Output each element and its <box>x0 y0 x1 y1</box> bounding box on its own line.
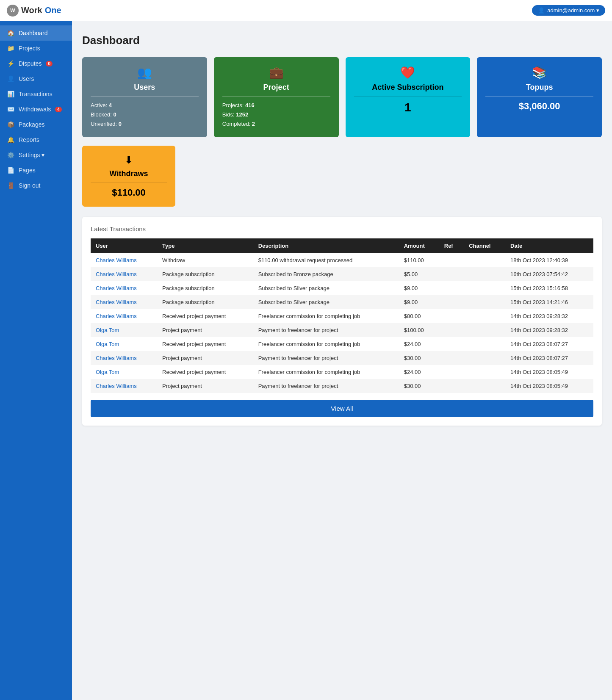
cell-user[interactable]: Olga Tom <box>91 323 157 337</box>
cell-description: $110.00 withdrawal request processed <box>253 253 399 267</box>
table-row: Charles Williams Withdraw $110.00 withdr… <box>91 253 593 267</box>
table-row: Charles Williams Package subscription Su… <box>91 267 593 281</box>
cell-description: Subscribed to Bronze package <box>253 267 399 281</box>
brand-one: One <box>45 6 61 15</box>
sidebar: 🏠 Dashboard 📁 Projects ⚡ Disputes 0 👤 Us… <box>0 21 72 700</box>
cell-channel <box>464 365 505 379</box>
sidebar-label-transactions: Transactions <box>19 91 53 97</box>
col-description: Description <box>253 238 399 253</box>
topups-stat-card[interactable]: 📚 Topups $3,060.00 <box>477 57 602 137</box>
cell-type: Withdraw <box>157 253 253 267</box>
cell-description: Freelancer commission for completing job <box>253 365 399 379</box>
cell-ref <box>439 323 464 337</box>
cell-type: Package subscription <box>157 267 253 281</box>
users-blocked-val: 0 <box>113 111 116 118</box>
view-all-button[interactable]: View All <box>91 400 593 417</box>
cell-ref <box>439 253 464 267</box>
subscription-stat-card[interactable]: ❤️ Active Subscription 1 <box>346 57 471 137</box>
cell-channel <box>464 295 505 309</box>
cell-user[interactable]: Charles Williams <box>91 253 157 267</box>
sidebar-item-projects[interactable]: 📁 Projects <box>0 41 72 56</box>
subscription-card-icon: ❤️ <box>354 66 462 80</box>
pages-icon: 📄 <box>7 167 14 174</box>
sidebar-label-signout: Sign out <box>19 182 40 189</box>
table-row: Charles Williams Package subscription Su… <box>91 295 593 309</box>
cell-user[interactable]: Charles Williams <box>91 295 157 309</box>
page-title: Dashboard <box>82 34 602 47</box>
topups-card-value: $3,060.00 <box>485 101 593 112</box>
users-card-title: Users <box>91 83 199 92</box>
cell-description: Subscribed to Silver package <box>253 295 399 309</box>
user-icon: 👤 <box>538 7 545 14</box>
cell-description: Subscribed to Silver package <box>253 281 399 295</box>
sidebar-item-transactions[interactable]: 📊 Transactions <box>0 86 72 102</box>
cell-user[interactable]: Charles Williams <box>91 351 157 365</box>
withdraws-stat-card[interactable]: ⬇ Withdraws $110.00 <box>82 146 175 207</box>
sidebar-item-pages[interactable]: 📄 Pages <box>0 163 72 178</box>
table-section-title: Latest Transactions <box>91 225 593 232</box>
cell-date: 14th Oct 2023 08:07:27 <box>505 337 593 351</box>
sidebar-item-withdrawals[interactable]: ✉️ Withdrawals 4 <box>0 102 72 117</box>
project-completed-val: 2 <box>252 121 255 127</box>
cell-user[interactable]: Charles Williams <box>91 281 157 295</box>
brand-icon: W <box>7 5 19 17</box>
cell-amount: $110.00 <box>399 253 439 267</box>
col-date: Date <box>505 238 593 253</box>
table-row: Charles Williams Package subscription Su… <box>91 281 593 295</box>
user-menu-button[interactable]: 👤 admin@admin.com ▾ <box>532 5 605 16</box>
sidebar-item-disputes[interactable]: ⚡ Disputes 0 <box>0 56 72 71</box>
cell-type: Received project payment <box>157 365 253 379</box>
cell-ref <box>439 267 464 281</box>
project-card-body: Projects: 416 Bids: 1252 Completed: 2 <box>222 101 255 129</box>
project-stat-card[interactable]: 💼 Project Projects: 416 Bids: 1252 Compl… <box>214 57 339 137</box>
users-card-icon: 👥 <box>91 66 199 80</box>
cell-user[interactable]: Charles Williams <box>91 379 157 393</box>
disputes-icon: ⚡ <box>7 60 14 67</box>
withdraws-card-title: Withdraws <box>91 169 167 178</box>
cell-ref <box>439 337 464 351</box>
cell-channel <box>464 379 505 393</box>
cell-description: Payment to freelancer for project <box>253 351 399 365</box>
project-card-icon: 💼 <box>222 66 330 80</box>
settings-icon: ⚙️ <box>7 152 14 158</box>
users-stat-card[interactable]: 👥 Users Active: 4 Blocked: 0 Unverified:… <box>82 57 207 137</box>
cell-user[interactable]: Olga Tom <box>91 337 157 351</box>
sidebar-label-settings: Settings ▾ <box>19 152 44 158</box>
sidebar-label-pages: Pages <box>19 167 36 174</box>
transactions-table-section: Latest Transactions User Type Descriptio… <box>82 217 602 426</box>
cell-channel <box>464 281 505 295</box>
cell-user[interactable]: Charles Williams <box>91 309 157 323</box>
sidebar-item-dashboard[interactable]: 🏠 Dashboard <box>0 25 72 41</box>
project-card-title: Project <box>222 83 330 92</box>
main-content: Dashboard 👥 Users Active: 4 Blocked: 0 U… <box>72 21 612 700</box>
topups-card-title: Topups <box>485 83 593 92</box>
col-ref: Ref <box>439 238 464 253</box>
sidebar-item-users[interactable]: 👤 Users <box>0 71 72 86</box>
table-body: Charles Williams Withdraw $110.00 withdr… <box>91 253 593 393</box>
users-card-body: Active: 4 Blocked: 0 Unverified: 0 <box>91 101 122 129</box>
cell-description: Freelancer commission for completing job <box>253 337 399 351</box>
sidebar-item-packages[interactable]: 📦 Packages <box>0 117 72 132</box>
sidebar-item-settings[interactable]: ⚙️ Settings ▾ <box>0 147 72 163</box>
cell-channel <box>464 337 505 351</box>
sidebar-item-reports[interactable]: 🔔 Reports <box>0 132 72 147</box>
col-channel: Channel <box>464 238 505 253</box>
cell-date: 15th Oct 2023 14:21:46 <box>505 295 593 309</box>
cell-user[interactable]: Charles Williams <box>91 267 157 281</box>
cell-amount: $30.00 <box>399 379 439 393</box>
cell-amount: $9.00 <box>399 281 439 295</box>
cell-amount: $100.00 <box>399 323 439 337</box>
cell-amount: $5.00 <box>399 267 439 281</box>
cell-amount: $80.00 <box>399 309 439 323</box>
cell-ref <box>439 295 464 309</box>
cell-date: 14th Oct 2023 09:28:32 <box>505 323 593 337</box>
cell-user[interactable]: Olga Tom <box>91 365 157 379</box>
user-email: admin@admin.com ▾ <box>547 7 599 14</box>
packages-icon: 📦 <box>7 121 14 128</box>
cell-type: Package subscription <box>157 281 253 295</box>
sidebar-item-signout[interactable]: 🚪 Sign out <box>0 178 72 193</box>
cell-ref <box>439 281 464 295</box>
cell-type: Package subscription <box>157 295 253 309</box>
sidebar-label-projects: Projects <box>19 45 40 52</box>
cell-type: Project payment <box>157 351 253 365</box>
